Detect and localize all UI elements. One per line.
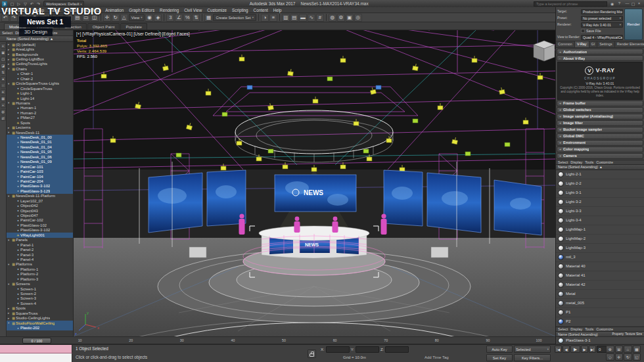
property-menu-tools[interactable]: Tools — [585, 327, 593, 331]
explorer-item-human-1[interactable]: ●Human-1 — [7, 106, 73, 110]
explorer-item-screens[interactable]: ▾▦Screens — [7, 281, 73, 286]
y-field[interactable] — [356, 346, 379, 353]
explorer-item-panel-2[interactable]: ●Panel-2 — [7, 247, 73, 252]
column-header-texture-size[interactable]: Texture Size — [625, 332, 642, 336]
explorer-item-newsdesk-01-04[interactable]: ●NewsDesk_01_04 — [7, 145, 73, 149]
menu-item-help[interactable]: Help — [271, 8, 285, 12]
material-item-lightmap-2[interactable]: LightMap-2 — [556, 235, 644, 244]
material-item-lightmap-3[interactable]: LightMap-3 — [556, 244, 644, 253]
column-header-name-sorted-ascending[interactable]: Name (Sorted Ascending) — [558, 332, 610, 336]
explorer-item-newsdesk-11-platform[interactable]: ▾▦NewsDesk-11-Platform — [7, 194, 73, 198]
explorer-item-screen-3[interactable]: ●Screen-3 — [7, 296, 73, 301]
explorer-item-screen-4[interactable]: ●Screen-4 — [7, 301, 73, 305]
display-geometry-icon[interactable]: ● — [1, 76, 6, 81]
curve-editor-icon[interactable]: ∿ — [308, 14, 315, 22]
explorer-item-panel-4[interactable]: ●Panel-4 — [7, 257, 73, 261]
align-icon[interactable]: ≡ — [269, 14, 277, 22]
use-pivot-center-icon[interactable]: ◉ — [145, 14, 153, 22]
display-helpers-icon[interactable]: + — [1, 102, 6, 108]
view-to-render-dropdown[interactable]: Quad 4 - VRayPhysicalCamera-01 — [581, 35, 623, 40]
lock-selection-icon[interactable]: ▣ — [1, 50, 6, 55]
angle-snap-icon[interactable]: ∠ — [175, 14, 183, 22]
material-item-light-2-1[interactable]: Light-2-1 — [556, 170, 644, 179]
select-and-scale-icon[interactable]: △ — [120, 14, 128, 22]
add-time-tag[interactable]: Add Time Tag — [425, 355, 449, 359]
toggle-scene-explorer-icon[interactable]: ▥ — [282, 14, 290, 22]
explorer-item-plastglass-3-102[interactable]: ●PlastGlass-3-102 — [7, 184, 73, 189]
explorer-item-plastglass-3-102[interactable]: ●PlastGlass-3-102 — [7, 228, 73, 233]
explorer-item-paintcar-103[interactable]: ●PaintCar-103 — [7, 169, 73, 173]
explorer-item-plastic-202[interactable]: ●Plastic-202 — [7, 325, 73, 330]
zoom-all-button[interactable]: ⊞ — [615, 346, 624, 353]
explorer-item-newsdesk-01-09[interactable]: ●NewsDesk_01_09 — [7, 160, 73, 164]
selected-dropdown[interactable]: Selected▾ — [514, 346, 551, 353]
material-item-material-42[interactable]: Material 42 — [556, 281, 644, 290]
material-menu-select[interactable]: Select — [558, 160, 568, 164]
viewport[interactable]: NEWS NEWS — [74, 30, 555, 336]
material-item-p2[interactable]: P2 — [556, 317, 644, 327]
material-item-light-3-4[interactable]: Light-3-4 — [556, 216, 644, 225]
explorer-item-lecterns[interactable]: ▸▦Lecterns — [7, 125, 73, 129]
render-setup-icon[interactable]: ⚙ — [337, 14, 345, 22]
menu-item-rendering[interactable]: Rendering — [157, 8, 181, 12]
display-lights-icon[interactable]: ☀ — [1, 89, 6, 95]
open-file-icon[interactable]: ▷ — [16, 1, 22, 6]
material-item-lightmap-1[interactable]: LightMap-1 — [556, 225, 644, 235]
rollout-frame-buffer[interactable]: +Frame buffer — [557, 101, 643, 106]
z-field[interactable] — [385, 346, 409, 353]
snaps-toggle-icon[interactable]: 3 — [166, 14, 174, 22]
track-bar[interactable]: 0 / 100 0102030405060708090100 — [0, 336, 555, 344]
explorer-item-panel-3[interactable]: ●Panel-3 — [7, 252, 73, 257]
minimize-icon[interactable]: — — [624, 1, 630, 6]
filter-shapes-icon[interactable]: ◪ — [1, 63, 6, 68]
render-tab-gi[interactable]: GI — [589, 41, 598, 47]
sync-selection-icon[interactable]: ⇄ — [1, 116, 6, 121]
help-icon[interactable]: ? — [616, 1, 622, 6]
explorer-item-chair-2[interactable]: ●Chair-2 — [7, 76, 73, 81]
explorer-item-newsdesk-01-06[interactable]: ●NewsDesk_01_06 — [7, 154, 73, 159]
explorer-item-object043[interactable]: ●Object043 — [7, 208, 73, 213]
menu-item-graph-editors[interactable]: Graph Editors — [126, 8, 157, 12]
explorer-item-panels[interactable]: ▾▦Panels — [7, 238, 73, 242]
maxscript-mini-listener[interactable] — [0, 353, 72, 362]
explorer-item-object047[interactable]: ●Object047 — [7, 213, 73, 217]
select-and-move-icon[interactable]: ✛ — [103, 14, 111, 22]
field-of-view-button[interactable]: ◇ — [606, 353, 614, 361]
redo-icon[interactable]: ↷ — [35, 1, 41, 6]
explorer-item-platform-1[interactable]: ●Platform-1 — [7, 267, 73, 271]
display-cameras-icon[interactable]: ▦ — [1, 96, 6, 101]
explorer-item-squaretruss[interactable]: ▸▦SquareTruss — [7, 311, 73, 315]
explorer-item-platforms[interactable]: ▾▦Platforms — [7, 262, 73, 267]
restore-icon[interactable]: ▢ — [630, 1, 636, 6]
filter-objects-icon[interactable]: ▢ — [1, 57, 6, 62]
close-icon[interactable]: × — [636, 1, 642, 6]
zoom-button[interactable]: ⊕ — [606, 346, 614, 353]
property-menu-customize[interactable]: Customize — [596, 327, 613, 331]
rollout-global-switches[interactable]: +Global switches — [557, 107, 643, 113]
explorer-item-platform-2[interactable]: ●Platform-2 — [7, 272, 73, 277]
explorer-item-circlesquaretruss[interactable]: ●CircleSquareTruss — [7, 86, 73, 91]
material-item-metal[interactable]: Metal — [556, 290, 644, 299]
render-tab-settings[interactable]: Settings — [597, 41, 614, 47]
find-icon[interactable]: ⌖ — [1, 43, 6, 49]
save-file-checkbox[interactable] — [581, 29, 585, 33]
material-menu-display[interactable]: Display — [570, 160, 582, 164]
material-menu-customize[interactable]: Customize — [596, 160, 613, 164]
rollout-global-dmc[interactable]: +Global DMC — [557, 133, 643, 139]
explorer-item-light-14[interactable]: ☀Light-14 — [7, 96, 73, 101]
zoom-extents-all-button[interactable]: ▦ — [633, 346, 641, 353]
explorer-item-human-2[interactable]: ●Human-2 — [7, 110, 73, 115]
go-to-end-button[interactable]: ▶| — [589, 346, 596, 353]
material-item-material-41[interactable]: Material 41 — [556, 271, 644, 281]
pan-button[interactable]: ✛ — [615, 353, 624, 361]
explorer-item-studio-ceilinglights[interactable]: ▸▦Studio-CeilingLights — [7, 316, 73, 321]
selection-lock-toggle[interactable] — [308, 350, 316, 358]
previous-frame-button[interactable]: ◀ — [563, 346, 570, 353]
reference-coordinate-dropdown[interactable]: View▾ — [129, 14, 145, 21]
explorer-item-spots[interactable]: ▸▦Spots — [7, 306, 73, 311]
go-to-start-button[interactable]: |◀ — [555, 346, 562, 353]
property-menu-select[interactable]: Select — [558, 327, 568, 331]
spinner-snap-icon[interactable]: ⇅ — [192, 14, 200, 22]
explorer-item-vraylight001[interactable]: ☀VRayLight001 — [7, 233, 73, 237]
property-item-plasglass-3-1[interactable]: PlasGlass-3-1 — [556, 337, 644, 344]
